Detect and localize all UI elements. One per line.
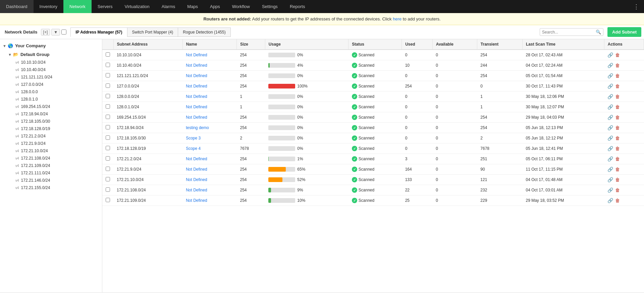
sidebar-item[interactable]: v4128.0.0.0	[5, 88, 102, 96]
delete-action-icon[interactable]: 🗑	[615, 146, 620, 151]
delete-action-icon[interactable]: 🗑	[615, 94, 620, 99]
link-action-icon[interactable]: 🔗	[607, 198, 613, 203]
row-name-link[interactable]: Not Defined	[186, 198, 207, 203]
link-action-icon[interactable]: 🔗	[607, 104, 613, 110]
sidebar-item[interactable]: v410.10.40.0/24	[5, 66, 102, 73]
row-checkbox[interactable]	[106, 177, 110, 181]
row-name-link[interactable]: Not Defined	[186, 94, 207, 99]
row-checkbox[interactable]	[106, 135, 110, 140]
row-checkbox[interactable]	[106, 73, 110, 77]
delete-action-icon[interactable]: 🗑	[615, 115, 620, 120]
delete-action-icon[interactable]: 🗑	[615, 198, 620, 203]
nav-item-virtualization[interactable]: Virtualization	[119, 0, 156, 13]
row-name-link[interactable]: Not Defined	[186, 53, 207, 57]
dropdown-button[interactable]: ▼	[51, 29, 60, 36]
link-action-icon[interactable]: 🔗	[607, 115, 613, 120]
add-icon-button[interactable]: [+]	[41, 29, 50, 36]
nav-item-alarms[interactable]: Alarms	[156, 0, 181, 13]
banner-link[interactable]: here	[393, 16, 401, 21]
row-name-link[interactable]: Not Defined	[186, 63, 207, 68]
delete-action-icon[interactable]: 🗑	[615, 135, 620, 141]
row-checkbox[interactable]	[106, 187, 110, 192]
nav-item-dashboard[interactable]: Dashboard	[0, 0, 34, 13]
sidebar-item[interactable]: v4172.21.2.0/24	[5, 132, 102, 140]
delete-action-icon[interactable]: 🗑	[615, 83, 620, 89]
row-name-link[interactable]: Scope 3	[186, 136, 201, 140]
nav-item-reports[interactable]: Reports	[284, 0, 311, 13]
tab-ip-address-manager[interactable]: IP Address Manager (57)	[70, 27, 127, 37]
row-checkbox[interactable]	[106, 167, 110, 171]
sidebar-item[interactable]: v4172.21.111.0/24	[5, 169, 102, 177]
sidebar-item[interactable]: v4172.21.10.0/24	[5, 147, 102, 155]
search-input[interactable]	[542, 30, 596, 35]
row-checkbox[interactable]	[106, 198, 110, 202]
sidebar-item[interactable]: v410.10.10.0/24	[5, 59, 102, 66]
row-name-link[interactable]: Not Defined	[186, 188, 207, 192]
row-name-link[interactable]: Scope 4	[186, 146, 201, 151]
nav-item-network[interactable]: Network	[63, 0, 92, 13]
sidebar-item[interactable]: v4172.18.128.0/19	[5, 125, 102, 132]
link-action-icon[interactable]: 🔗	[607, 125, 613, 130]
nav-item-apps[interactable]: Apps	[204, 0, 226, 13]
sidebar-item[interactable]: v4172.21.9.0/24	[5, 140, 102, 147]
row-checkbox[interactable]	[106, 146, 110, 150]
sidebar-item[interactable]: v4121.121.121.0/24	[5, 73, 102, 81]
delete-action-icon[interactable]: 🗑	[615, 73, 620, 78]
link-action-icon[interactable]: 🔗	[607, 177, 613, 182]
row-checkbox[interactable]	[106, 156, 110, 161]
link-action-icon[interactable]: 🔗	[607, 146, 613, 151]
nav-item-settings[interactable]: Settings	[256, 0, 284, 13]
row-checkbox[interactable]	[106, 104, 110, 109]
delete-action-icon[interactable]: 🗑	[615, 187, 620, 193]
row-name-link[interactable]: Not Defined	[186, 84, 207, 89]
link-action-icon[interactable]: 🔗	[607, 94, 613, 99]
delete-action-icon[interactable]: 🗑	[615, 125, 620, 130]
row-name-link[interactable]: Not Defined	[186, 177, 207, 182]
sidebar-root-company[interactable]: ▼ 🌎 Your Company	[0, 41, 102, 50]
row-name-link[interactable]: Not Defined	[186, 157, 207, 161]
link-action-icon[interactable]: 🔗	[607, 73, 613, 78]
link-action-icon[interactable]: 🔗	[607, 187, 613, 193]
link-action-icon[interactable]: 🔗	[607, 52, 613, 58]
row-checkbox[interactable]	[106, 83, 110, 88]
link-action-icon[interactable]: 🔗	[607, 135, 613, 141]
sidebar-item[interactable]: v4128.0.1.0	[5, 96, 102, 103]
delete-action-icon[interactable]: 🗑	[615, 177, 620, 182]
row-checkbox[interactable]	[106, 115, 110, 119]
row-name-link[interactable]: Not Defined	[186, 167, 207, 172]
nav-item-maps[interactable]: Maps	[181, 0, 204, 13]
row-checkbox[interactable]	[106, 125, 110, 129]
sidebar-item[interactable]: v4172.21.146.0/24	[5, 177, 102, 184]
link-action-icon[interactable]: 🔗	[607, 63, 613, 68]
select-all-checkbox[interactable]	[61, 30, 66, 35]
delete-action-icon[interactable]: 🗑	[615, 156, 620, 162]
nav-more-button[interactable]: ⋮	[629, 0, 644, 13]
row-checkbox[interactable]	[106, 94, 110, 98]
nav-item-servers[interactable]: Servers	[92, 0, 119, 13]
add-subnet-button[interactable]: Add Subnet	[607, 27, 641, 37]
sidebar-item[interactable]: v4172.21.155.0/24	[5, 184, 102, 191]
tab-switch-port-mapper[interactable]: Switch Port Mapper (4)	[127, 27, 178, 37]
link-action-icon[interactable]: 🔗	[607, 156, 613, 162]
delete-action-icon[interactable]: 🗑	[615, 52, 620, 58]
delete-action-icon[interactable]: 🗑	[615, 63, 620, 68]
sidebar-item[interactable]: v4172.21.109.0/24	[5, 162, 102, 169]
row-name-link[interactable]: Not Defined	[186, 115, 207, 120]
delete-action-icon[interactable]: 🗑	[615, 104, 620, 110]
row-checkbox[interactable]	[106, 63, 110, 67]
link-action-icon[interactable]: 🔗	[607, 83, 613, 89]
nav-item-workflow[interactable]: Workflow	[226, 0, 256, 13]
sidebar-item[interactable]: v4172.18.94.0/24	[5, 110, 102, 118]
tab-rogue-detection[interactable]: Rogue Detection (1455)	[178, 27, 230, 37]
sidebar-item[interactable]: v4172.18.105.0/30	[5, 118, 102, 125]
nav-item-inventory[interactable]: Inventory	[34, 0, 63, 13]
sidebar-item[interactable]: v4172.21.108.0/24	[5, 155, 102, 162]
row-name-link[interactable]: Not Defined	[186, 105, 207, 109]
row-name-link[interactable]: Not Defined	[186, 73, 207, 78]
sidebar-item[interactable]: v4127.0.0.0/24	[5, 81, 102, 88]
row-checkbox[interactable]	[106, 52, 110, 57]
sidebar-item[interactable]: v4169.254.15.0/24	[5, 103, 102, 110]
row-name-link[interactable]: testing demo	[186, 125, 209, 130]
link-action-icon[interactable]: 🔗	[607, 167, 613, 172]
sidebar-group-header[interactable]: ▼ 📂 Default Group	[5, 50, 102, 59]
